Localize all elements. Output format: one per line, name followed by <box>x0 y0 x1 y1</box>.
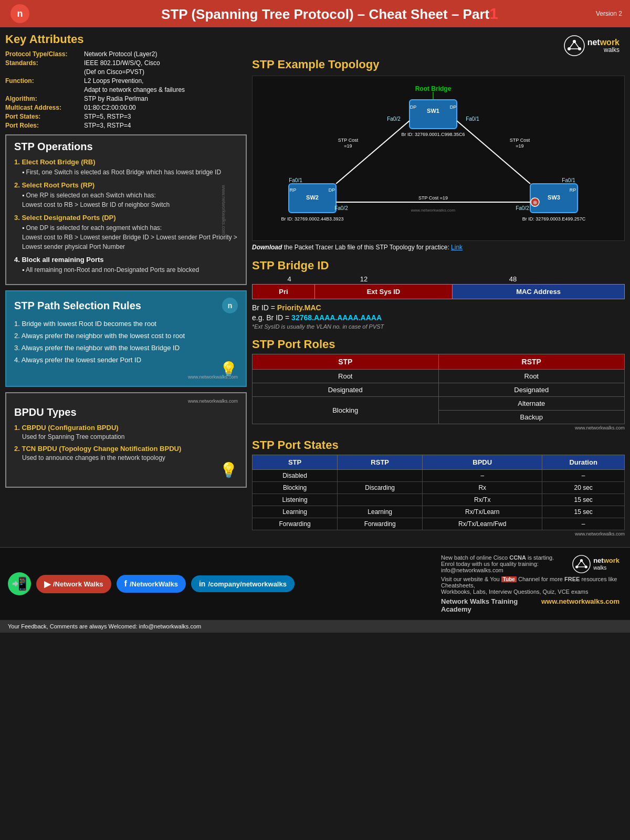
port-roles-rstp-backup: Backup <box>438 411 625 424</box>
ops-item-3-title: 3. Select Designated Ports (DP) <box>14 214 238 222</box>
port-states-row-listening: Listening Rx/Tx 15 sec <box>253 494 625 506</box>
svg-text:Fa0/1: Fa0/1 <box>289 177 302 183</box>
stp-operations-section: STP Operations 1. Elect Root Bridge (RB)… <box>5 134 247 285</box>
ops-item-2-title: 2. Select Root Ports (RP) <box>14 181 238 189</box>
linkedin-button[interactable]: in /company/networkwalks <box>191 575 295 592</box>
path-watermark: www.networkwalks.com <box>14 374 238 380</box>
bpdu-item-2-title: 2. TCN BPDU (Topology Change Notificatio… <box>14 445 238 453</box>
facebook-button[interactable]: f /NetworkWalks <box>117 575 186 593</box>
svg-text:Fa0/2: Fa0/2 <box>516 205 529 211</box>
youtube-icon: ▶ <box>44 579 50 589</box>
svg-text:DP: DP <box>410 104 417 110</box>
attr-value-function1: L2 Loops Prevention, <box>84 77 143 85</box>
attr-value-pvst: (Def on Cisco=PVST) <box>84 68 144 76</box>
version-label: Version 2 <box>596 10 622 17</box>
attr-row-port-states: Port States: STP=5, RSTP=3 <box>5 113 247 120</box>
port-roles-title: STP Port Roles <box>252 338 625 351</box>
svg-text:www.networkwalks.com: www.networkwalks.com <box>411 208 456 213</box>
path-rule-1: Bridge with lowest Root ID becomes the r… <box>14 320 238 328</box>
footer-visit-text: Visit our website & You Tube Channel for… <box>441 576 620 595</box>
download-link[interactable]: Link <box>451 244 463 251</box>
topology-svg: Root Bridge SW1 DP DP Fa0/2 Fa0/1 Br ID:… <box>258 81 619 234</box>
path-selection-section: STP Path Selection Rules n Bridge with l… <box>5 290 247 387</box>
port-roles-table: STP RSTP Root Root Designated Designated… <box>252 354 625 424</box>
youtube-button[interactable]: ▶ /Network Walks <box>36 575 111 593</box>
ps-rstp-learning: Learning <box>338 506 423 518</box>
svg-text:SW1: SW1 <box>427 108 439 114</box>
ps-stp-disabled: Disabled <box>253 470 338 482</box>
svg-text:Fa0/1: Fa0/1 <box>466 116 479 122</box>
port-states-row-disabled: Disabled – – <box>253 470 625 482</box>
svg-text:Fa0/2: Fa0/2 <box>334 205 348 211</box>
bulb-icon-bpdu: 💡 <box>219 461 238 479</box>
svg-text:RP: RP <box>570 187 576 193</box>
footer-ccna-text: New batch of online Cisco CCNA is starti… <box>441 554 567 573</box>
svg-text:Br ID: 32769.0002.44B3.3923: Br ID: 32769.0002.44B3.3923 <box>281 216 343 222</box>
attr-row-algorithm: Algorithm: STP by Radia Perlman <box>5 95 247 102</box>
attr-label-multicast: Multicast Address: <box>5 104 84 111</box>
port-roles-stp-root: Root <box>253 370 439 383</box>
attr-row-multicast: Multicast Address: 01:80:C2:00:00:00 <box>5 104 247 111</box>
svg-text:Br ID: 32769.0003.E499.257C: Br ID: 32769.0003.E499.257C <box>522 216 586 222</box>
footer-nw-logo: network walks <box>572 555 620 573</box>
attr-label-port-states: Port States: <box>5 113 84 120</box>
ps-stp-forwarding: Forwarding <box>253 518 338 530</box>
page-title: STP (Spanning Tree Protocol) – Cheat She… <box>40 5 620 23</box>
port-roles-rstp-root: Root <box>438 370 625 383</box>
bid-num-48: 48 <box>401 275 625 284</box>
bridge-id-pri-header: Pri <box>253 285 315 299</box>
port-roles-row-2: Designated Designated <box>253 383 625 397</box>
bpdu-types-title: BPDU Types <box>14 406 238 418</box>
svg-line-20 <box>336 121 410 184</box>
ops-item-4: 4. Block all remaining Ports All remaini… <box>14 256 238 275</box>
svg-point-40 <box>573 555 590 572</box>
whatsapp-button[interactable]: 📲 <box>8 572 31 595</box>
youtube-inline-icon: Tube <box>501 576 517 582</box>
ps-dur-blocking: 20 sec <box>542 482 625 494</box>
svg-line-45 <box>582 560 586 566</box>
port-states-row-blocking: Blocking Discarding Rx 20 sec <box>253 482 625 494</box>
port-states-watermark: www.networkwalks.com <box>252 531 625 537</box>
svg-text:STP Cost: STP Cost <box>338 138 359 143</box>
port-states-table: STP RSTP BPDU Duration Disabled – – Bloc… <box>252 455 625 530</box>
svg-text:DP: DP <box>450 104 457 110</box>
footer-feedback: Your Feedback, Comments are always Welco… <box>0 620 630 633</box>
ops-item-4-bullet: All remaining non-Root and non-Designate… <box>14 265 238 275</box>
attr-value-function2: Adapt to network changes & failures <box>84 86 185 93</box>
port-roles-watermark: www.networkwalks.com <box>252 425 625 430</box>
port-roles-section: STP Port Roles STP RSTP Root Root Design… <box>252 338 625 430</box>
svg-text:=19: =19 <box>344 143 352 149</box>
nw-logo-text: network walks <box>587 38 620 54</box>
bridge-id-header-row: Pri Ext Sys ID MAC Address <box>253 285 625 299</box>
svg-line-21 <box>457 121 530 184</box>
ops-item-1-bullet: First, one Switch is elected as Root Bri… <box>14 167 238 177</box>
footer-nw-logo-text: network walks <box>593 557 620 570</box>
bid-num-4: 4 <box>252 275 327 284</box>
port-states-rstp-header: RSTP <box>338 455 423 470</box>
ps-stp-learning: Learning <box>253 506 338 518</box>
ps-dur-forwarding: – <box>542 518 625 530</box>
attr-value-protocol: Network Protocol (Layer2) <box>84 50 157 58</box>
header: n STP (Spanning Tree Protocol) – Cheat S… <box>0 0 630 27</box>
footer-academy-row: Network Walks Training Academy www.netwo… <box>441 597 620 613</box>
bpdu-item-1-desc: Used for Spanning Tree computation <box>14 433 238 440</box>
ps-bpdu-disabled: – <box>423 470 542 482</box>
ps-dur-listening: 15 sec <box>542 494 625 506</box>
ops-item-3: 3. Select Designated Ports (DP) One DP i… <box>14 214 238 251</box>
nw-logo-box: network walks <box>564 35 620 56</box>
ps-rstp-disabled <box>338 470 423 482</box>
ps-bpdu-learning: Rx/Tx/Learn <box>423 506 542 518</box>
port-roles-stp-header: STP <box>253 354 439 370</box>
bridge-id-col-nums: 4 12 48 <box>252 275 625 284</box>
attr-label-standards: Standards: <box>5 59 84 67</box>
bridge-id-ext-header: Ext Sys ID <box>314 285 452 299</box>
footer-top: 📲 ▶ /Network Walks f /NetworkWalks in /c… <box>0 548 630 620</box>
bridge-id-title: STP Bridge ID <box>252 259 625 272</box>
ops-item-1-title: 1. Elect Root Bridge (RB) <box>14 158 238 166</box>
attr-value-standards: IEEE 802.1D/W/S/Q, Cisco <box>84 59 160 67</box>
port-states-header-row: STP RSTP BPDU Duration <box>253 455 625 470</box>
ops-item-3-bullet: One DP is selected for each segment whic… <box>14 223 238 251</box>
path-rule-4: Always prefer the lowest sender Port ID <box>14 356 238 364</box>
attr-value-algorithm: STP by Radia Perlman <box>84 95 148 102</box>
port-roles-header-row: STP RSTP <box>253 354 625 370</box>
